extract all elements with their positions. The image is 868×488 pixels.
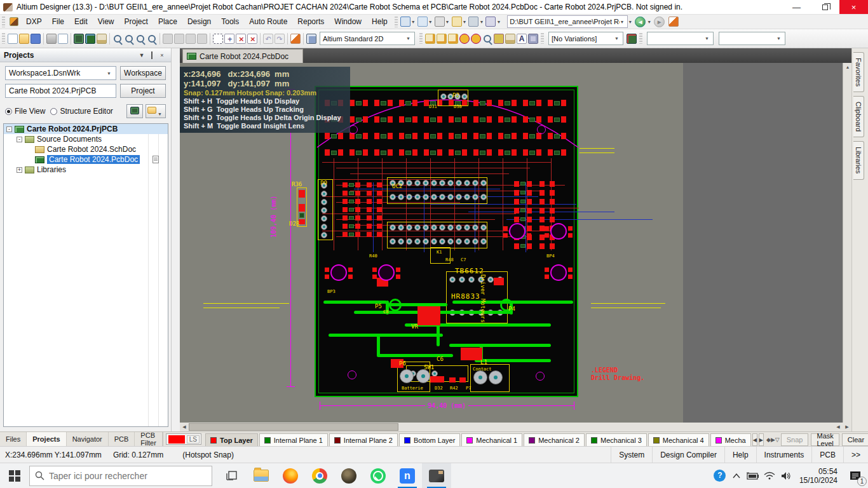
panel-tab-pcb[interactable]: PCB (109, 432, 135, 446)
paste-special-icon[interactable] (197, 34, 207, 44)
place-via-icon[interactable] (471, 34, 481, 44)
chevron-down-icon[interactable]: ▼ (647, 20, 651, 24)
taskbar-clock[interactable]: 05:54 15/10/2024 (794, 467, 843, 485)
menu-reports[interactable]: Reports (292, 15, 329, 28)
layer-tab-internal-plane-1[interactable]: Internal Plane 1 (259, 433, 328, 446)
view-configuration-combo[interactable]: Altium Standard 2D▼ (320, 32, 415, 45)
clear-filter-icon[interactable] (247, 34, 257, 44)
wifi-tray-icon[interactable] (761, 463, 778, 488)
menu-window[interactable]: Window (329, 15, 367, 28)
structure-editor-radio[interactable] (50, 108, 57, 115)
layer-scroll-right[interactable]: ▶ (759, 433, 764, 446)
notion-button[interactable]: n (393, 463, 422, 488)
vertical-scrollbar[interactable]: ▲ (843, 63, 851, 423)
grid-icon[interactable] (485, 17, 496, 27)
layer-tab-mechanical-1[interactable]: Mechanical 1 (461, 433, 522, 446)
layer-tab-mechanical-2[interactable]: Mechanical 2 (524, 433, 585, 446)
taskbar-search[interactable] (29, 466, 212, 486)
project-button[interactable]: Project (120, 84, 166, 98)
pcb-view-button[interactable] (126, 104, 143, 118)
battery-tray-icon[interactable] (745, 463, 761, 488)
project-field[interactable]: Carte Robot 2024.PrjPCB (5, 84, 116, 98)
firefox-button[interactable] (276, 463, 305, 488)
copy-icon[interactable] (174, 34, 184, 44)
restore-button[interactable] (811, 0, 839, 14)
document-tab[interactable]: Carte Robot 2024.PcbDoc (182, 49, 303, 63)
workspace-combo[interactable]: Workspace1.DsnWrk ▼ (5, 66, 116, 80)
status-menu-help[interactable]: Help (724, 447, 756, 463)
pcb-release-icon[interactable] (85, 34, 95, 44)
print-icon[interactable] (46, 34, 57, 44)
place-arc-icon[interactable] (484, 35, 491, 43)
menu-project[interactable]: Project (119, 15, 153, 28)
panel-tab-navigator[interactable]: Navigator (67, 432, 109, 446)
chevron-down-icon[interactable]: ▼ (445, 20, 450, 24)
scrollbar-thumb[interactable] (189, 423, 398, 431)
place-fill-icon[interactable] (494, 34, 504, 44)
menu-edit[interactable]: Edit (69, 15, 93, 28)
volume-tray-icon[interactable] (778, 463, 794, 488)
right-tab-clipboard[interactable]: Clipboard (853, 96, 864, 137)
zoom-area-icon[interactable] (125, 35, 133, 43)
draw-icon[interactable] (400, 17, 410, 27)
tree-item-source-documents[interactable]: -Source Documents (4, 134, 168, 144)
chevron-down-icon[interactable]: ▼ (496, 20, 501, 24)
tree-expander-icon[interactable]: - (17, 137, 22, 142)
chrome-button[interactable] (305, 463, 334, 488)
file-view-radio[interactable] (5, 108, 12, 115)
scroll-left-arrow[interactable]: ◀ (834, 423, 843, 431)
panel-tab-files[interactable]: Files (0, 432, 27, 446)
workspace-panel-icon[interactable] (97, 34, 107, 44)
layout-icon[interactable] (417, 17, 428, 27)
tree-expander-icon[interactable]: + (17, 167, 22, 173)
route-multiple-icon[interactable] (448, 34, 458, 44)
menu-design[interactable]: Design (182, 15, 216, 28)
place-pad-icon[interactable] (459, 34, 470, 44)
tree-expander-icon[interactable]: - (6, 126, 12, 132)
menu-file[interactable]: File (47, 15, 69, 28)
panel-close-icon[interactable]: × (157, 50, 167, 60)
pcb-board[interactable]: P2D30D31P9UC2K1BP4BP3TB6612HR8833Driver … (315, 86, 578, 397)
chevron-down-icon[interactable]: ▼ (479, 20, 484, 24)
menu-view[interactable]: View (93, 15, 119, 28)
tree-item-carte-robot-2024-prjpcb[interactable]: -Carte Robot 2024.PrjPCB (4, 124, 168, 134)
variations-combo[interactable]: [No Variations]▼ (548, 32, 623, 45)
layer-button-clear[interactable]: Clear (842, 433, 868, 446)
paste-icon[interactable] (186, 34, 196, 44)
open-pcb-icon[interactable] (74, 34, 84, 44)
workspace-button[interactable]: Workspace (120, 66, 166, 80)
scroll-left-arrow[interactable]: ◀ (180, 423, 189, 431)
layer-tab-mecha[interactable]: Mecha (710, 433, 751, 446)
undo-icon[interactable]: ↶ (263, 34, 273, 44)
minimize-button[interactable]: — (782, 0, 811, 14)
menu-auto-route[interactable]: Auto Route (244, 15, 292, 28)
chevron-down-icon[interactable]: ▼ (463, 20, 467, 24)
layer-tab-top-layer[interactable]: Top Layer (205, 433, 258, 446)
notification-center-button[interactable]: 1 (843, 463, 868, 488)
help-tray-button[interactable]: ? (712, 463, 728, 488)
move-object-icon[interactable] (224, 34, 234, 44)
status-menu-[interactable]: >> (843, 447, 868, 463)
tree-item-libraries[interactable]: +Libraries (4, 165, 168, 175)
zoom-selected-icon[interactable] (137, 35, 144, 43)
zoom-filter-icon[interactable] (148, 35, 156, 43)
scroll-right-arrow[interactable]: ▶ (843, 423, 851, 431)
print-preview-icon[interactable] (58, 34, 68, 44)
chevron-down-icon[interactable]: ▼ (428, 20, 433, 24)
layer-tab-bottom-layer[interactable]: Bottom Layer (399, 433, 460, 446)
snapshot-icon[interactable] (306, 34, 316, 44)
measure-icon[interactable] (452, 17, 462, 27)
variant-icon[interactable] (627, 34, 637, 44)
layer-scroll-left[interactable]: ◀ (752, 433, 757, 446)
place-component-icon[interactable] (528, 34, 538, 44)
layer-filter-icon[interactable]: ◆▶▽ (766, 433, 780, 446)
open-docs-button[interactable]: ▼ (146, 104, 166, 118)
layer-tab-internal-plane-2[interactable]: Internal Plane 2 (329, 433, 398, 446)
status-menu-system[interactable]: System (611, 447, 652, 463)
redo-icon[interactable]: ↷ (275, 34, 285, 44)
status-menu-instruments[interactable]: Instruments (756, 447, 812, 463)
zoom-document-icon[interactable] (114, 35, 121, 43)
panel-tab-projects[interactable]: Projects (27, 432, 66, 446)
layer-tab-mechanical-4[interactable]: Mechanical 4 (648, 433, 709, 446)
start-button[interactable] (0, 463, 29, 488)
